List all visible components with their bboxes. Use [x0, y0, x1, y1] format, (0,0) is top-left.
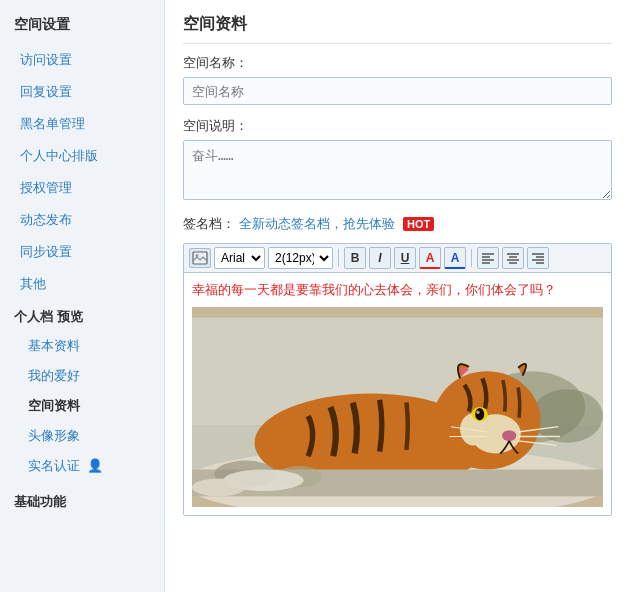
editor-area: Arial 2(12px) 1(8px) 3(14px) 4(16px) 5(1…	[183, 243, 612, 516]
signature-link[interactable]: 全新动态签名档，抢先体验	[239, 215, 395, 233]
editor-toolbar: Arial 2(12px) 1(8px) 3(14px) 4(16px) 5(1…	[184, 244, 611, 273]
sidebar-item-sync[interactable]: 同步设置	[0, 236, 164, 268]
bold-button[interactable]: B	[344, 247, 366, 269]
sidebar-item-auth[interactable]: 授权管理	[0, 172, 164, 204]
person-icon: 👤	[87, 458, 103, 473]
sidebar-item-dynamics[interactable]: 动态发布	[0, 204, 164, 236]
sidebar-item-access[interactable]: 访问设置	[0, 44, 164, 76]
sidebar-item-other[interactable]: 其他	[0, 268, 164, 300]
space-name-group: 空间名称：	[183, 54, 612, 105]
editor-content[interactable]: 幸福的每一天都是要靠我们的心去体会，亲们，你们体会了吗？	[184, 273, 611, 515]
svg-point-26	[502, 430, 516, 441]
sidebar-bottom-section: 基础功能	[0, 485, 164, 516]
sidebar-item-blacklist[interactable]: 黑名单管理	[0, 108, 164, 140]
toolbar-separator-1	[338, 249, 339, 267]
sidebar: 空间设置 访问设置 回复设置 黑名单管理 个人中心排版 授权管理 动态发布 同步…	[0, 0, 165, 592]
sidebar-sub-avatar[interactable]: 头像形象	[0, 421, 164, 451]
tiger-image	[192, 307, 603, 507]
signature-static-label: 签名档：	[183, 215, 235, 233]
signature-row: 签名档： 全新动态签名档，抢先体验 HOT	[183, 215, 612, 233]
sidebar-sub-basic[interactable]: 基本资料	[0, 331, 164, 361]
align-left-button[interactable]	[477, 247, 499, 269]
font-color-button[interactable]: A	[419, 247, 441, 269]
svg-point-25	[476, 411, 480, 415]
sidebar-sub-space[interactable]: 空间资料	[0, 391, 164, 421]
insert-image-button[interactable]	[189, 248, 211, 268]
sidebar-sub-realname-label: 实名认证	[28, 458, 80, 473]
font-family-select[interactable]: Arial	[214, 247, 265, 269]
align-right-button[interactable]	[527, 247, 549, 269]
page-title: 空间资料	[183, 14, 612, 44]
editor-text: 幸福的每一天都是要靠我们的心去体会，亲们，你们体会了吗？	[192, 281, 603, 299]
sidebar-title: 空间设置	[0, 8, 164, 44]
space-name-label: 空间名称：	[183, 54, 612, 72]
svg-point-36	[192, 478, 246, 496]
main-content: 空间资料 空间名称： 空间说明： 签名档： 全新动态签名档，抢先体验 HOT	[165, 0, 630, 592]
sidebar-section-preview: 个人档 预览	[0, 300, 164, 331]
align-center-button[interactable]	[502, 247, 524, 269]
svg-point-18	[532, 389, 603, 443]
space-desc-group: 空间说明：	[183, 117, 612, 203]
svg-point-24	[475, 408, 484, 421]
space-desc-textarea[interactable]	[183, 140, 612, 200]
toolbar-separator-2	[471, 249, 472, 267]
hot-badge: HOT	[403, 217, 434, 231]
font-size-select[interactable]: 2(12px) 1(8px) 3(14px) 4(16px) 5(18px) 6…	[268, 247, 333, 269]
sidebar-sub-realname[interactable]: 实名认证 👤	[0, 451, 164, 481]
svg-rect-0	[193, 252, 207, 264]
space-name-input[interactable]	[183, 77, 612, 105]
underline-button[interactable]: U	[394, 247, 416, 269]
space-desc-label: 空间说明：	[183, 117, 612, 135]
bg-color-button[interactable]: A	[444, 247, 466, 269]
sidebar-item-layout[interactable]: 个人中心排版	[0, 140, 164, 172]
italic-button[interactable]: I	[369, 247, 391, 269]
sidebar-item-reply[interactable]: 回复设置	[0, 76, 164, 108]
sidebar-sub-hobby[interactable]: 我的爱好	[0, 361, 164, 391]
